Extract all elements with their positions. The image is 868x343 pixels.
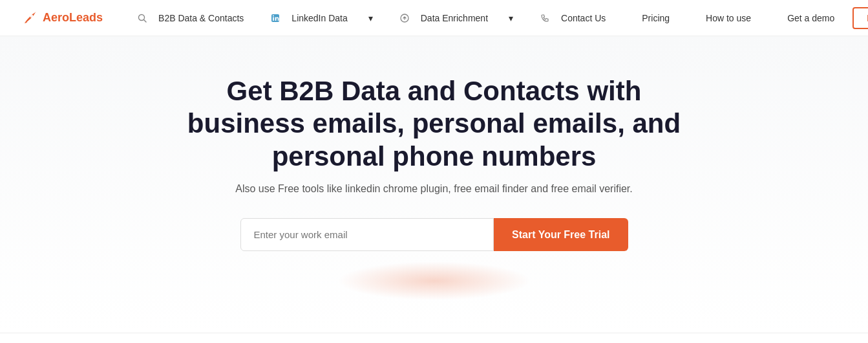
hero-subtitle: Also use Free tools like linkedin chrome… (13, 183, 855, 195)
phone-icon (540, 14, 549, 23)
hero-form: Start Your Free Trial (240, 218, 628, 251)
trusted-section: Trusted By Major Clients all over the Wo… (0, 333, 868, 343)
nav-item-demo[interactable]: Get a demo (769, 13, 852, 23)
nav-item-pricing[interactable]: Pricing (624, 13, 688, 23)
nav-item-linkedin[interactable]: LinkedIn Data ▾ (262, 13, 390, 23)
linkedin-icon (271, 14, 280, 23)
login-button[interactable]: Login (852, 7, 868, 29)
nav-item-how-to-use[interactable]: How to use (688, 13, 769, 23)
navbar: AeroLeads B2B Data & Contacts LinkedIn (0, 0, 868, 36)
svg-point-0 (30, 14, 34, 17)
nav-item-enrichment[interactable]: Data Enrichment ▾ (391, 13, 531, 23)
svg-rect-4 (273, 17, 274, 21)
dropdown-arrow-2: ▾ (500, 13, 522, 23)
rocket-icon (21, 9, 39, 27)
logo[interactable]: AeroLeads (21, 9, 103, 27)
start-trial-button[interactable]: Start Your Free Trial (494, 218, 628, 251)
nav-right: Login Free Trial (852, 3, 868, 33)
dropdown-arrow: ▾ (359, 13, 382, 23)
brand-name: AeroLeads (43, 11, 103, 25)
email-input[interactable] (240, 218, 494, 251)
upload-icon (400, 14, 409, 23)
svg-line-2 (144, 19, 147, 22)
hero-title: Get B2B Data and Contacts with business … (182, 75, 686, 173)
search-icon (138, 14, 147, 23)
hero-section: Get B2B Data and Contacts with business … (0, 36, 868, 333)
hero-glow (337, 261, 531, 300)
nav-item-contact[interactable]: Contact Us (531, 13, 624, 23)
nav-item-b2b[interactable]: B2B Data & Contacts (129, 13, 262, 23)
svg-point-5 (273, 15, 274, 16)
nav-links: B2B Data & Contacts LinkedIn Data ▾ (129, 13, 852, 23)
